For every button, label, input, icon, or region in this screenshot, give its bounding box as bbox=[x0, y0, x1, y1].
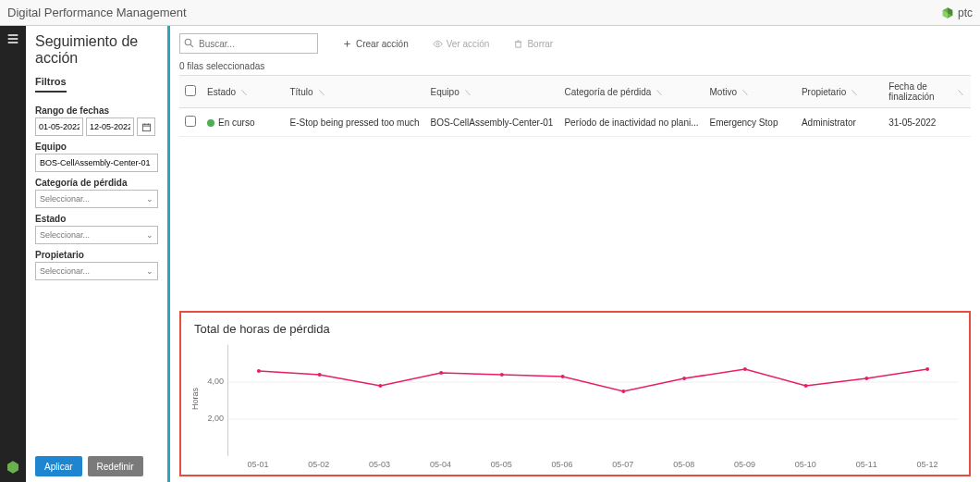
svg-point-10 bbox=[561, 375, 565, 378]
svg-point-9 bbox=[500, 373, 504, 377]
col-owner[interactable]: Propietario⟍ bbox=[796, 76, 883, 108]
x-tick: 05-05 bbox=[471, 460, 532, 469]
col-due[interactable]: Fecha de finalización⟍ bbox=[883, 76, 971, 108]
x-tick: 05-06 bbox=[532, 460, 593, 469]
filter-icon: ⟍ bbox=[741, 87, 750, 97]
x-tick: 05-07 bbox=[593, 460, 654, 469]
main-content: Crear acción Ver acción Borrar 0 filas s… bbox=[170, 26, 980, 482]
x-tick: 05-04 bbox=[410, 460, 471, 469]
col-reason[interactable]: Motivo⟍ bbox=[704, 76, 796, 108]
view-action-button[interactable]: Ver acción bbox=[433, 39, 490, 49]
toolbar: Crear acción Ver acción Borrar bbox=[179, 33, 971, 54]
y-tick: 2,00 bbox=[207, 414, 224, 423]
x-tick: 05-09 bbox=[715, 460, 776, 469]
x-tick: 05-10 bbox=[775, 460, 836, 469]
select-all-checkbox[interactable] bbox=[185, 85, 196, 96]
y-axis: Horas 4,00 2,00 bbox=[194, 345, 227, 456]
x-tick: 05-01 bbox=[227, 460, 288, 469]
date-to-input[interactable] bbox=[86, 117, 134, 136]
reset-button[interactable]: Redefinir bbox=[88, 456, 143, 476]
loss-category-select[interactable]: Seleccionar...⌄ bbox=[35, 190, 158, 208]
x-tick: 05-11 bbox=[836, 460, 897, 469]
tab-filters[interactable]: Filtros bbox=[35, 72, 67, 93]
calendar-icon bbox=[141, 122, 152, 132]
chart-title: Total de horas de pérdida bbox=[194, 322, 958, 336]
trash-icon bbox=[513, 39, 523, 49]
calendar-button[interactable] bbox=[137, 117, 155, 136]
plot-area bbox=[227, 345, 958, 456]
label-equipment: Equipo bbox=[35, 142, 158, 152]
state-select[interactable]: Seleccionar...⌄ bbox=[35, 226, 158, 244]
page-title: Seguimiento de acción bbox=[35, 33, 158, 67]
svg-point-11 bbox=[621, 389, 625, 393]
x-tick: 05-08 bbox=[654, 460, 715, 469]
app-header: Digital Performance Management ptc bbox=[0, 0, 980, 26]
col-title[interactable]: Título⟍ bbox=[284, 76, 424, 108]
svg-point-12 bbox=[682, 377, 686, 380]
chevron-down-icon: ⌄ bbox=[146, 230, 153, 240]
col-state[interactable]: Estado⟍ bbox=[202, 76, 284, 108]
y-axis-label: Horas bbox=[190, 388, 200, 410]
plus-icon bbox=[342, 39, 352, 49]
x-axis: 05-0105-0205-0305-0405-0505-0605-0705-08… bbox=[227, 460, 958, 469]
svg-point-6 bbox=[318, 373, 322, 377]
owner-select[interactable]: Seleccionar...⌄ bbox=[35, 262, 158, 280]
delete-button[interactable]: Borrar bbox=[513, 39, 553, 49]
create-action-button[interactable]: Crear acción bbox=[342, 39, 409, 49]
svg-point-14 bbox=[804, 384, 808, 388]
status-dot-icon bbox=[207, 119, 214, 127]
label-owner: Propietario bbox=[35, 250, 158, 260]
x-tick: 05-02 bbox=[288, 460, 349, 469]
selection-count: 0 filas seleccionadas bbox=[179, 61, 971, 71]
date-from-input[interactable] bbox=[35, 117, 83, 136]
nav-rail bbox=[0, 26, 26, 482]
svg-point-8 bbox=[439, 371, 443, 375]
cube-icon bbox=[941, 6, 954, 19]
equipment-input[interactable] bbox=[35, 154, 158, 172]
app-title: Digital Performance Management bbox=[7, 6, 187, 19]
svg-point-15 bbox=[864, 377, 868, 380]
eye-icon bbox=[433, 39, 443, 49]
filter-icon: ⟍ bbox=[463, 87, 472, 97]
svg-point-7 bbox=[378, 384, 382, 388]
filter-icon: ⟍ bbox=[956, 87, 965, 97]
svg-rect-0 bbox=[142, 124, 150, 130]
svg-point-13 bbox=[743, 367, 747, 371]
label-loss-category: Categoría de pérdida bbox=[35, 178, 158, 188]
brand-logo: ptc bbox=[941, 6, 973, 19]
rail-bottom-icon[interactable] bbox=[6, 460, 20, 476]
col-equipment[interactable]: Equipo⟍ bbox=[425, 76, 559, 108]
search-input[interactable] bbox=[179, 33, 318, 54]
brand-text: ptc bbox=[958, 6, 973, 19]
x-tick: 05-03 bbox=[349, 460, 410, 469]
label-date-range: Rango de fechas bbox=[35, 105, 158, 116]
search-icon bbox=[183, 37, 195, 49]
y-tick: 4,00 bbox=[207, 377, 224, 386]
apply-button[interactable]: Aplicar bbox=[35, 456, 82, 476]
table-row[interactable]: En curso E-Stop being pressed too muchBO… bbox=[179, 108, 971, 137]
svg-point-16 bbox=[925, 367, 929, 371]
filter-icon: ⟍ bbox=[239, 87, 249, 97]
hamburger-icon[interactable] bbox=[6, 31, 20, 48]
svg-point-5 bbox=[257, 369, 261, 373]
svg-point-2 bbox=[436, 43, 439, 45]
filter-sidebar: Seguimiento de acción Filtros Rango de f… bbox=[26, 26, 170, 482]
chart-container: Total de horas de pérdida Horas 4,00 2,0… bbox=[179, 311, 971, 476]
filter-icon: ⟍ bbox=[655, 87, 664, 97]
row-checkbox[interactable] bbox=[185, 116, 196, 127]
chevron-down-icon: ⌄ bbox=[146, 266, 153, 276]
x-tick: 05-12 bbox=[897, 460, 958, 469]
svg-point-1 bbox=[185, 39, 191, 45]
chevron-down-icon: ⌄ bbox=[146, 194, 153, 204]
label-state: Estado bbox=[35, 214, 158, 224]
filter-icon: ⟍ bbox=[317, 87, 326, 97]
action-table: Estado⟍ Título⟍ Equipo⟍ Categoría de pér… bbox=[179, 75, 971, 137]
filter-icon: ⟍ bbox=[850, 87, 859, 97]
col-loss-cat[interactable]: Categoría de pérdida⟍ bbox=[558, 76, 704, 108]
